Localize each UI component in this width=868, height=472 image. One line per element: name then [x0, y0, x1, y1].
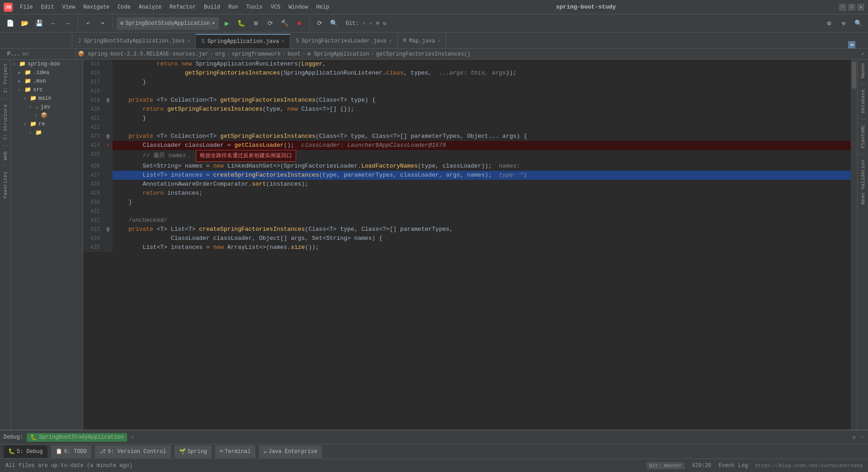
settings-button[interactable]: ⚙ [823, 17, 835, 30]
menu-vcs[interactable]: VCS [267, 3, 284, 11]
debug-minimize-btn[interactable]: ─ [861, 434, 864, 440]
menu-build[interactable]: Build [200, 3, 224, 11]
maven-panel-tab[interactable]: Maven [859, 60, 868, 82]
bottom-tab-todo[interactable]: 📋 6: TODO [51, 445, 91, 458]
window-controls[interactable]: ─ □ ✕ [839, 4, 864, 11]
structure-panel-tab[interactable]: 7: Structure [1, 101, 10, 144]
line-num-432: 432 [83, 216, 104, 225]
debug-area: Debug: 🐛 SpringBootStudyApplication × ⚙ … [0, 430, 868, 444]
run-button[interactable]: ▶ [221, 17, 233, 30]
close-button[interactable]: ✕ [857, 4, 864, 11]
toolbar-forward-btn[interactable]: → [61, 17, 74, 30]
tree-item-mvn[interactable]: ▶ 📁 .mvn [11, 77, 83, 85]
debug-button[interactable]: 🐛 [235, 17, 248, 30]
terminal-tab-label: Terminal [225, 449, 251, 455]
tree-item-java[interactable]: ▾ ☕ jav [11, 103, 83, 111]
menu-code[interactable]: Code [114, 3, 134, 11]
tab-close-3[interactable]: × [389, 39, 392, 44]
menu-tools[interactable]: Tools [243, 3, 266, 11]
debug-close-btn[interactable]: × [131, 434, 134, 440]
code-editor[interactable]: 415 return new SpringApplicationRunListe… [83, 60, 851, 430]
maximize-button[interactable]: □ [848, 4, 855, 11]
menu-file[interactable]: File [16, 3, 37, 11]
code-line-432: 432 /unchecked/ [83, 216, 851, 225]
line-content-420: return getSpringFactoriesInstances(type,… [113, 105, 851, 114]
tab-springapplication[interactable]: S SpringApplication.java × [196, 34, 290, 48]
menu-edit[interactable]: Edit [38, 3, 58, 11]
find-button[interactable]: ⟳ [313, 17, 326, 30]
menu-view[interactable]: View [59, 3, 79, 11]
toolbar-save-btn[interactable]: 💾 [33, 17, 45, 30]
bottom-tab-terminal[interactable]: ⌨ Terminal [215, 445, 255, 458]
tab-springfactoriesloader[interactable]: S SpringFactoriesLoader.java × [290, 34, 397, 48]
search-everywhere-btn[interactable]: 🔍 [852, 17, 864, 30]
tab-close-1[interactable]: × [187, 39, 190, 44]
menu-window[interactable]: Window [285, 3, 311, 11]
tab-map[interactable]: M Map.java × [398, 34, 447, 48]
event-log-link[interactable]: Event Log [719, 463, 748, 469]
tab-close-2[interactable]: × [282, 39, 284, 44]
menu-help[interactable]: Help [312, 3, 333, 11]
project-header-btn[interactable]: ⚙ [22, 51, 25, 57]
breadcrumb-jar: 📦 spring-boot-2.2.5.RELEASE-sources.jar [78, 51, 208, 57]
bottom-tab-spring[interactable]: 🌱 Spring [175, 445, 212, 458]
web-panel-tab[interactable]: Web [1, 148, 10, 164]
tree-item-resources[interactable]: ▾ 📁 re [11, 120, 83, 128]
git-update-btn[interactable]: ↻ [383, 20, 386, 27]
tree-item-pkg[interactable]: ▾ 📦 [11, 111, 83, 120]
code-line-418: 418 [83, 87, 851, 96]
profile-button[interactable]: ⟳ [264, 17, 277, 30]
debug-settings-btn[interactable]: ⚙ [853, 434, 856, 441]
scrollbar-area[interactable] [851, 60, 857, 430]
tree-label-java: jav [40, 104, 50, 110]
tree-item-src[interactable]: ▾ 📁 src [11, 85, 83, 94]
build-button[interactable]: 🔨 [278, 17, 291, 30]
menu-analyze[interactable]: Analyze [135, 3, 165, 11]
scrollbar-thumb[interactable] [852, 61, 856, 89]
stop-button[interactable]: ■ [293, 17, 306, 30]
bottom-tab-java[interactable]: ☕ Java Enterprise [259, 445, 322, 458]
tree-item-main[interactable]: ▾ 📁 main [11, 94, 83, 103]
favorites-panel-tab[interactable]: Favorites [1, 168, 10, 202]
line-gutter-416 [104, 69, 113, 78]
line-content-429: return instances; [113, 189, 851, 198]
toolbar-redo-btn[interactable]: ↷ [96, 17, 109, 30]
plantuml-panel-tab[interactable]: PlantUML [859, 121, 868, 152]
coverage-button[interactable]: ⊞ [250, 17, 262, 30]
tab-icon-2: S [201, 38, 204, 45]
right-panel-tabs[interactable]: ≫ [846, 41, 857, 48]
expand-right-btn[interactable]: ≫ [848, 41, 855, 48]
bottom-tab-vcs[interactable]: ⎇ 9: Version Control [95, 445, 171, 458]
search-button[interactable]: 🔍 [328, 17, 340, 30]
breadcrumb-method: getSpringFactoriesInstances() [376, 51, 471, 57]
folder-icon-resources: 📁 [30, 121, 37, 127]
code-container: 415 return new SpringApplicationRunListe… [83, 60, 851, 252]
toolbar-more-btn[interactable]: ⚒ [837, 17, 850, 30]
tree-item-project[interactable]: ▾ 📁 spring-boo [11, 60, 83, 68]
line-content-418 [113, 87, 851, 96]
toolbar-undo-btn[interactable]: ↶ [82, 17, 94, 30]
line-num-421: 421 [83, 114, 104, 123]
project-header-collapse[interactable]: ⊟ [25, 51, 28, 57]
toolbar-new-btn[interactable]: 📄 [4, 17, 16, 30]
bean-panel-tab[interactable]: Bean Validation [859, 156, 868, 208]
menu-navigate[interactable]: Navigate [80, 3, 113, 11]
toolbar-back-btn[interactable]: ← [47, 17, 60, 30]
run-config-selector[interactable]: ⚙ SpringBootStudyApplication ▾ [117, 17, 219, 30]
bottom-tab-debug[interactable]: 🐛 5: Debug [4, 445, 47, 458]
tree-item-idea[interactable]: ▶ 📁 .idea [11, 68, 83, 77]
tab-springbootstudy[interactable]: J SpringBootStudyApplication.java × [72, 34, 196, 48]
menu-run[interactable]: Run [225, 3, 242, 11]
run-config-icon: ⚙ [120, 20, 123, 27]
toolbar-open-btn[interactable]: 📂 [18, 17, 31, 30]
menu-bar[interactable]: File Edit View Navigate Code Analyze Ref… [16, 3, 333, 11]
menu-refactor[interactable]: Refactor [166, 3, 199, 11]
project-panel-tab[interactable]: 1: Project [1, 60, 10, 97]
line-content-425: // 遍历 names，根据全路径名通过反射创建实例返回口 [113, 150, 851, 162]
app-logo: JB [4, 3, 13, 12]
minimize-button[interactable]: ─ [839, 4, 846, 11]
git-history-btn[interactable]: ⊙ [376, 20, 379, 27]
tab-close-4[interactable]: × [438, 39, 440, 44]
tree-item-res-child[interactable]: ▾ 📁 [11, 128, 83, 137]
database-panel-tab[interactable]: Database [859, 86, 868, 117]
